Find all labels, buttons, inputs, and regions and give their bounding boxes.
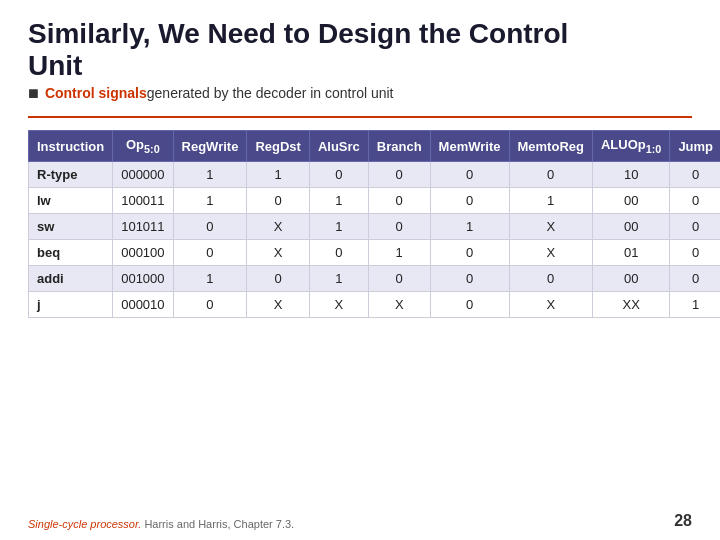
table-cell: 0 bbox=[368, 265, 430, 291]
subtitle-text: generated by the decoder in control unit bbox=[147, 85, 394, 101]
title-line2: Unit bbox=[28, 50, 82, 81]
table-row: j0000100XXX0XXX1 bbox=[29, 291, 721, 317]
page: Similarly, We Need to Design the Control… bbox=[0, 0, 720, 540]
table-cell: 1 bbox=[173, 265, 247, 291]
table-cell: 0 bbox=[173, 239, 247, 265]
col-header-op: Op5:0 bbox=[113, 131, 173, 162]
table-cell: 1 bbox=[670, 291, 720, 317]
table-cell: 0 bbox=[670, 239, 720, 265]
table-cell: X bbox=[247, 239, 310, 265]
table-cell: lw bbox=[29, 187, 113, 213]
table-cell: 0 bbox=[670, 265, 720, 291]
table-row: lw100011101001000 bbox=[29, 187, 721, 213]
table-cell: 0 bbox=[173, 291, 247, 317]
table-cell: X bbox=[509, 239, 592, 265]
table-row: R-type000000110000100 bbox=[29, 161, 721, 187]
table-cell: addi bbox=[29, 265, 113, 291]
col-header-jump: Jump bbox=[670, 131, 720, 162]
table-cell: 000010 bbox=[113, 291, 173, 317]
table-cell: 1 bbox=[309, 213, 368, 239]
table-cell: 0 bbox=[430, 161, 509, 187]
table-cell: X bbox=[247, 291, 310, 317]
table-cell: beq bbox=[29, 239, 113, 265]
col-header-aluop: ALUOp1:0 bbox=[592, 131, 669, 162]
table-cell: 0 bbox=[368, 213, 430, 239]
table-cell: XX bbox=[592, 291, 669, 317]
col-header-instruction: Instruction bbox=[29, 131, 113, 162]
table-header-row: Instruction Op5:0 RegWrite RegDst AluSrc… bbox=[29, 131, 721, 162]
col-header-memtoreg: MemtoReg bbox=[509, 131, 592, 162]
bullet-icon: ■ bbox=[28, 84, 39, 102]
footer-link-text: Single-cycle processor. bbox=[28, 518, 141, 530]
table-cell: 1 bbox=[247, 161, 310, 187]
table-cell: 0 bbox=[309, 161, 368, 187]
table-row: sw1010110X101X000 bbox=[29, 213, 721, 239]
table-cell: 00 bbox=[592, 213, 669, 239]
table-cell: 0 bbox=[430, 187, 509, 213]
col-header-memwrite: MemWrite bbox=[430, 131, 509, 162]
table-cell: 00 bbox=[592, 265, 669, 291]
col-header-regdst: RegDst bbox=[247, 131, 310, 162]
control-signals-table: Instruction Op5:0 RegWrite RegDst AluSrc… bbox=[28, 130, 720, 318]
table-cell: R-type bbox=[29, 161, 113, 187]
table-cell: X bbox=[368, 291, 430, 317]
footer-rest-text: Harris and Harris, Chapter 7.3. bbox=[144, 518, 294, 530]
table-cell: 0 bbox=[368, 161, 430, 187]
table-cell: 1 bbox=[309, 187, 368, 213]
footer: Single-cycle processor. Harris and Harri… bbox=[28, 504, 692, 530]
table-cell: 0 bbox=[509, 265, 592, 291]
table-cell: X bbox=[509, 213, 592, 239]
table-cell: 0 bbox=[247, 265, 310, 291]
table-cell: X bbox=[247, 213, 310, 239]
title-line1: Similarly, We Need to Design the Control bbox=[28, 18, 568, 49]
table-cell: 100011 bbox=[113, 187, 173, 213]
table-cell: 001000 bbox=[113, 265, 173, 291]
table-cell: sw bbox=[29, 213, 113, 239]
col-header-regwrite: RegWrite bbox=[173, 131, 247, 162]
table-cell: 1 bbox=[430, 213, 509, 239]
table-cell: 0 bbox=[368, 187, 430, 213]
table-cell: 0 bbox=[173, 213, 247, 239]
table-body: R-type000000110000100lw100011101001000sw… bbox=[29, 161, 721, 317]
table-cell: 0 bbox=[247, 187, 310, 213]
subtitle-highlight: Control signals bbox=[45, 85, 147, 101]
table-cell: 1 bbox=[173, 161, 247, 187]
table-cell: 10 bbox=[592, 161, 669, 187]
table-cell: 000000 bbox=[113, 161, 173, 187]
table-cell: 0 bbox=[670, 213, 720, 239]
table-cell: 101011 bbox=[113, 213, 173, 239]
table-row: beq0001000X010X010 bbox=[29, 239, 721, 265]
main-title: Similarly, We Need to Design the Control… bbox=[28, 18, 692, 82]
table-cell: 00 bbox=[592, 187, 669, 213]
table-row: addi001000101000000 bbox=[29, 265, 721, 291]
table-cell: X bbox=[509, 291, 592, 317]
col-header-branch: Branch bbox=[368, 131, 430, 162]
table-cell: 1 bbox=[509, 187, 592, 213]
subtitle-row: ■ Control signals generated by the decod… bbox=[28, 84, 692, 102]
table-cell: 01 bbox=[592, 239, 669, 265]
table-cell: 0 bbox=[430, 291, 509, 317]
table-cell: 0 bbox=[670, 161, 720, 187]
table-cell: 1 bbox=[309, 265, 368, 291]
table-cell: 0 bbox=[509, 161, 592, 187]
table-cell: 0 bbox=[309, 239, 368, 265]
table-cell: j bbox=[29, 291, 113, 317]
divider bbox=[28, 116, 692, 118]
table-cell: 0 bbox=[670, 187, 720, 213]
page-number: 28 bbox=[674, 512, 692, 530]
title-area: Similarly, We Need to Design the Control… bbox=[28, 18, 692, 110]
table-cell: 0 bbox=[430, 239, 509, 265]
table-cell: 000100 bbox=[113, 239, 173, 265]
table-cell: X bbox=[309, 291, 368, 317]
table-cell: 0 bbox=[430, 265, 509, 291]
col-header-alusrc: AluSrc bbox=[309, 131, 368, 162]
footer-citation: Single-cycle processor. Harris and Harri… bbox=[28, 518, 294, 530]
table-cell: 1 bbox=[173, 187, 247, 213]
table-cell: 1 bbox=[368, 239, 430, 265]
